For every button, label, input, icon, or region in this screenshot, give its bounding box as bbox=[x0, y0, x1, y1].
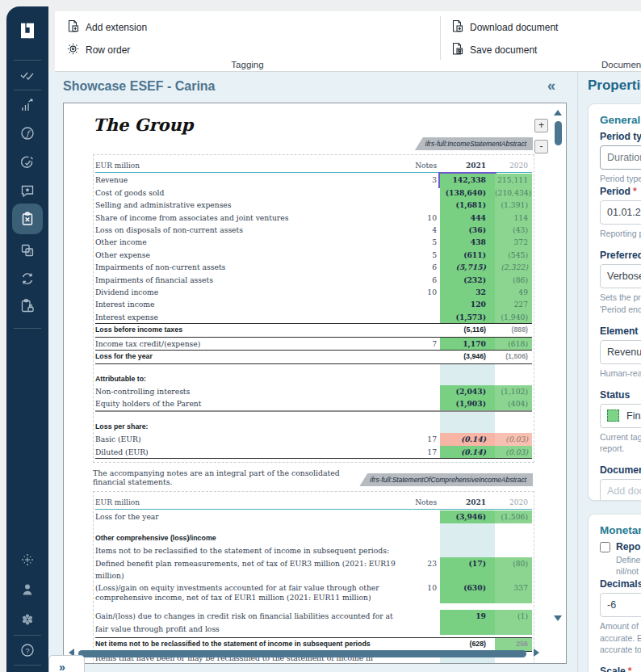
fact-cell-2020[interactable]: (618) bbox=[495, 338, 532, 350]
fact-cell-2020[interactable]: (404) bbox=[495, 397, 532, 410]
period-type-input[interactable] bbox=[600, 145, 641, 170]
fact-cell-2020[interactable]: (545) bbox=[495, 249, 532, 261]
fact-cell-2021[interactable]: (3,946) bbox=[440, 351, 495, 363]
chart-trend-icon[interactable] bbox=[6, 91, 48, 119]
fact-cell-2020[interactable]: 49 bbox=[495, 286, 532, 298]
save-document-button[interactable]: Save document bbox=[450, 42, 537, 58]
fact-cell-2020[interactable]: 372 bbox=[495, 236, 532, 248]
fact-cell-2021[interactable]: (628) bbox=[440, 638, 495, 650]
user-icon[interactable] bbox=[6, 576, 48, 603]
ai-sparkle-icon[interactable] bbox=[6, 546, 48, 573]
fact-cell-2020[interactable] bbox=[495, 532, 532, 544]
xbrl-tag-chip[interactable]: ifrs-full:IncomeStatementAbstract bbox=[415, 137, 533, 150]
fact-cell-2021[interactable]: (17) bbox=[440, 557, 495, 582]
scroll-down-arrow[interactable] bbox=[554, 615, 562, 621]
fact-cell-2021[interactable] bbox=[440, 412, 495, 421]
fact-cell-2020[interactable]: (1,506) bbox=[495, 351, 532, 363]
fact-cell-2020[interactable]: (0.03) bbox=[495, 433, 532, 445]
tasks-check-icon[interactable] bbox=[6, 61, 48, 89]
fact-cell-2021[interactable]: (2,043) bbox=[440, 385, 495, 397]
fact-cell-2020[interactable]: (210,434) bbox=[495, 187, 532, 199]
fact-cell-2021[interactable]: 444 bbox=[440, 212, 495, 224]
add-extension-button[interactable]: Add extension bbox=[66, 19, 147, 36]
fact-cell-2020[interactable]: (1,391) bbox=[495, 199, 532, 211]
fact-cell-2020[interactable]: (80) bbox=[495, 557, 532, 582]
clipboard-lock-icon[interactable] bbox=[6, 292, 48, 320]
status-select[interactable]: Final bbox=[600, 404, 641, 428]
fact-cell-2021[interactable]: 120 bbox=[440, 298, 495, 310]
fact-cell-2020[interactable]: (1,940) bbox=[495, 311, 532, 323]
fact-cell-2021[interactable]: 19 bbox=[440, 610, 495, 635]
fact-cell-2021[interactable] bbox=[440, 421, 495, 433]
fact-cell-2021[interactable]: 142,338 bbox=[440, 174, 495, 186]
row-order-button[interactable]: Row order bbox=[66, 42, 130, 58]
period-input[interactable] bbox=[600, 200, 641, 225]
decimals-input[interactable] bbox=[600, 593, 641, 617]
fact-cell-2020[interactable]: (888) bbox=[495, 324, 532, 336]
fact-cell-2020[interactable]: (1,102) bbox=[495, 385, 532, 397]
fact-cell-2021[interactable]: (611) bbox=[440, 249, 495, 261]
devices-copy-icon[interactable] bbox=[6, 237, 48, 264]
fact-cell-2020[interactable] bbox=[495, 523, 532, 532]
fact-cell-2020[interactable] bbox=[495, 421, 532, 433]
fact-cell-2021[interactable]: (5,116) bbox=[440, 324, 495, 336]
fact-cell-2021[interactable]: 1,170 bbox=[440, 338, 495, 350]
fact-cell-2020[interactable]: (1) bbox=[495, 610, 532, 635]
fact-cell-2020[interactable]: 114 bbox=[495, 212, 532, 224]
fact-cell-2020[interactable]: 215,111 bbox=[495, 174, 532, 186]
fact-cell-2020[interactable] bbox=[495, 373, 532, 385]
fact-cell-2021[interactable]: (232) bbox=[440, 274, 495, 286]
fact-cell-2021[interactable]: (1,681) bbox=[440, 199, 495, 211]
collapse-panel-icon[interactable]: « bbox=[547, 78, 555, 94]
fact-cell-2020[interactable]: (1,506) bbox=[495, 510, 532, 523]
app-logo-icon[interactable] bbox=[15, 18, 40, 44]
comment-star-icon[interactable] bbox=[6, 177, 48, 204]
scroll-up-arrow[interactable] bbox=[554, 110, 562, 116]
fact-cell-2021[interactable]: (138,640) bbox=[440, 187, 495, 199]
fact-cell-2021[interactable] bbox=[440, 532, 495, 544]
fact-cell-2021[interactable]: (630) bbox=[440, 582, 495, 603]
fact-cell-2020[interactable] bbox=[495, 364, 532, 373]
fact-cell-2020[interactable]: 337 bbox=[495, 582, 532, 603]
fact-cell-2020[interactable]: (0.03) bbox=[495, 446, 532, 458]
zoom-in-button[interactable]: + bbox=[534, 119, 548, 132]
preferred-label-input[interactable] bbox=[600, 264, 641, 288]
settings-flower-icon[interactable] bbox=[6, 606, 48, 633]
fact-cell-2021[interactable]: (36) bbox=[440, 224, 495, 236]
fact-cell-2021[interactable] bbox=[440, 364, 495, 373]
fact-cell-2021[interactable] bbox=[440, 523, 495, 532]
help-icon[interactable]: ? bbox=[6, 636, 48, 664]
fact-cell-2021[interactable]: (5,715) bbox=[440, 261, 495, 273]
fact-cell-2020[interactable]: (86) bbox=[495, 274, 532, 286]
fact-cell-2021[interactable]: (0.14) bbox=[440, 433, 495, 445]
clipboard-tagging-icon[interactable] bbox=[6, 205, 48, 233]
download-document-button[interactable]: Download document bbox=[450, 19, 558, 36]
fact-cell-2020[interactable]: (43) bbox=[495, 224, 532, 236]
fact-cell-2021[interactable] bbox=[440, 373, 495, 385]
fact-cell-2020[interactable]: 227 bbox=[495, 298, 532, 310]
fact-cell-2020[interactable] bbox=[495, 544, 532, 556]
function-icon[interactable]: ƒ bbox=[6, 120, 48, 147]
fact-cell-2021[interactable]: (0.14) bbox=[440, 446, 495, 458]
horizontal-scrollbar-thumb[interactable] bbox=[78, 650, 526, 657]
fact-cell-2021[interactable]: (1,573) bbox=[440, 311, 495, 323]
element-label-input[interactable] bbox=[600, 340, 641, 364]
vertical-scrollbar-thumb[interactable] bbox=[555, 121, 562, 145]
documentation-input[interactable] bbox=[600, 479, 641, 501]
sidebar-expand-icon[interactable]: » bbox=[6, 666, 48, 672]
fact-cell-2021[interactable]: (1,903) bbox=[440, 397, 495, 410]
fact-cell-2021[interactable]: (3,946) bbox=[440, 510, 495, 523]
zoom-out-button[interactable]: - bbox=[534, 140, 548, 153]
sync-icon[interactable] bbox=[6, 265, 48, 292]
fact-cell-2021[interactable]: 438 bbox=[440, 236, 495, 248]
fact-cell-2020[interactable]: 256 bbox=[495, 638, 532, 650]
scroll-right-arrow[interactable] bbox=[534, 649, 539, 657]
report-checkbox[interactable] bbox=[600, 542, 610, 552]
bottom-panel-expander[interactable]: » bbox=[48, 655, 85, 672]
pen-check-icon[interactable] bbox=[6, 149, 48, 176]
xbrl-tag-chip[interactable]: ifrs-full:StatementOfComprehensiveIncome… bbox=[359, 473, 533, 486]
fact-cell-2021[interactable] bbox=[440, 544, 495, 556]
fact-cell-2020[interactable] bbox=[495, 412, 532, 421]
fact-cell-2020[interactable]: (2,322) bbox=[495, 261, 532, 273]
fact-cell-2021[interactable]: 32 bbox=[440, 286, 495, 298]
